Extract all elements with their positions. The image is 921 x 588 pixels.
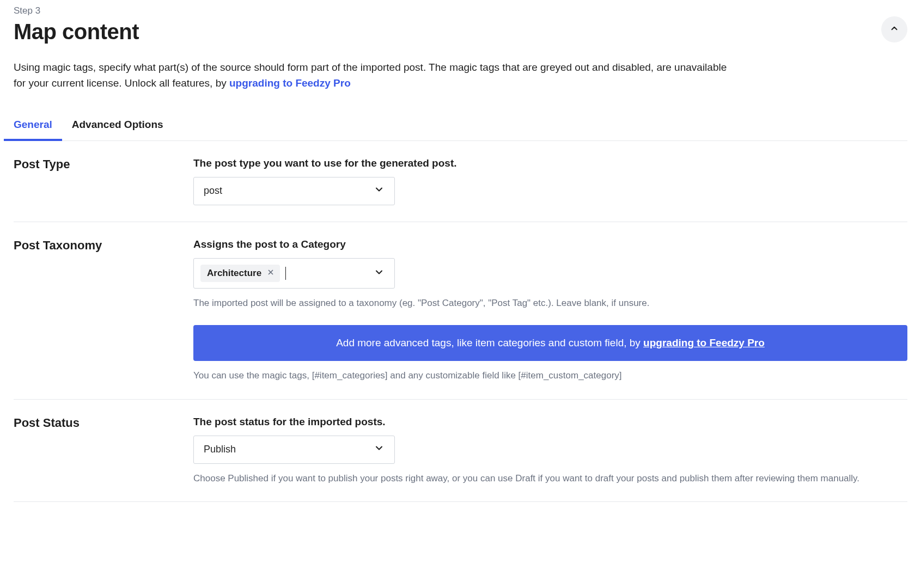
section-label-post-taxonomy: Post Taxonomy [14, 238, 193, 383]
tab-advanced-options[interactable]: Advanced Options [72, 112, 163, 140]
promo-upgrade-link[interactable]: upgrading to Feedzy Pro [643, 337, 765, 348]
post-status-value: Publish [204, 444, 236, 455]
post-type-value: post [204, 185, 222, 197]
taxonomy-tag-chip: Architecture [200, 265, 280, 282]
taxonomy-tag-label: Architecture [207, 268, 261, 279]
post-taxonomy-select[interactable]: Architecture [193, 258, 395, 289]
close-icon [267, 268, 275, 279]
post-status-field-label: The post status for the imported posts. [193, 416, 907, 428]
promo-text: Add more advanced tags, like item catego… [336, 337, 643, 348]
chevron-down-icon [374, 267, 385, 280]
post-status-select[interactable]: Publish [193, 436, 395, 464]
text-cursor [285, 267, 286, 280]
tabs: General Advanced Options [14, 112, 907, 141]
section-post-type: Post Type The post type you want to use … [14, 141, 907, 222]
intro-text: Using magic tags, specify what part(s) o… [14, 59, 733, 91]
post-type-field-label: The post type you want to use for the ge… [193, 157, 907, 169]
post-type-select[interactable]: post [193, 177, 395, 205]
upgrade-link[interactable]: upgrading to Feedzy Pro [229, 77, 351, 89]
taxonomy-help-2: You can use the magic tags, [#item_categ… [193, 369, 907, 383]
section-body-post-taxonomy: Assigns the post to a Category Architect… [193, 238, 907, 383]
remove-tag-button[interactable] [266, 268, 276, 278]
tab-general[interactable]: General [14, 112, 52, 140]
collapse-button[interactable] [881, 16, 907, 42]
header-row: Map content [14, 20, 907, 59]
section-body-post-status: The post status for the imported posts. … [193, 416, 907, 486]
chevron-down-icon [374, 184, 385, 198]
page-title: Map content [14, 20, 139, 44]
chevron-up-icon [889, 23, 899, 35]
section-label-post-type: Post Type [14, 157, 193, 205]
taxonomy-help-1: The imported post will be assigned to a … [193, 296, 907, 310]
intro-before: Using magic tags, specify what part(s) o… [14, 62, 727, 89]
step-label: Step 3 [14, 5, 907, 16]
post-status-help: Choose Published if you want to publish … [193, 471, 907, 486]
section-post-status: Post Status The post status for the impo… [14, 400, 907, 503]
promo-banner: Add more advanced tags, like item catego… [193, 325, 907, 361]
section-label-post-status: Post Status [14, 416, 193, 486]
section-post-taxonomy: Post Taxonomy Assigns the post to a Cate… [14, 222, 907, 400]
section-body-post-type: The post type you want to use for the ge… [193, 157, 907, 205]
post-taxonomy-field-label: Assigns the post to a Category [193, 238, 907, 250]
chevron-down-icon [374, 443, 385, 456]
